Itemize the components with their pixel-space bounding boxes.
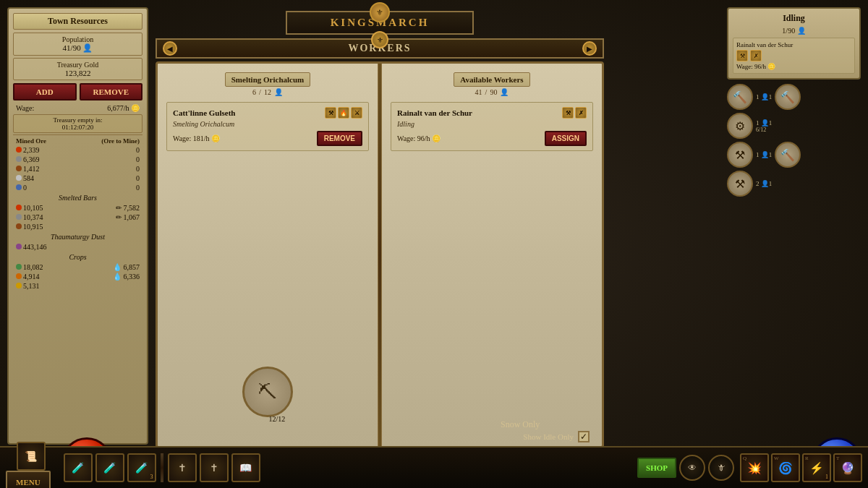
spell-slot-q[interactable]: Q 💥 <box>740 453 769 482</box>
smelted-row-2: 10,374 ✏ 1,067 <box>13 213 142 222</box>
ore-row-2: 6,3690 <box>13 155 142 164</box>
hotbar-item-6[interactable]: 📖 <box>231 453 260 482</box>
ore-row-1: 2,3390 <box>13 145 142 155</box>
idling-worker-name: Rainalt van der Schur <box>736 41 851 48</box>
left-book-page: Smelting Orichalcum 6/12 👤 Catt'linne Gu… <box>158 64 378 446</box>
workers-nav-left-button[interactable]: ◀ <box>163 41 177 56</box>
skill-icon-x: ✗ <box>575 107 587 119</box>
menu-icon-slot[interactable]: 📜 <box>17 442 46 471</box>
crops-row-1: 18,082 💧 6,857 <box>13 262 142 272</box>
available-worker-role-1: Idling <box>397 120 587 128</box>
wage-label: Wage: <box>16 104 34 112</box>
hotbar-separator <box>161 453 163 482</box>
ore-row-5: 00 <box>13 183 142 192</box>
left-page-header: Smelting Orichalcum 6/12 👤 <box>166 72 369 96</box>
worker-role-1: Smelting Orichalcum <box>173 120 362 128</box>
idling-skill-x: ✗ <box>750 50 762 61</box>
building-icon-4[interactable]: ⚒ <box>727 171 753 197</box>
divider1 <box>13 134 142 135</box>
add-button[interactable]: ADD <box>13 83 77 100</box>
building-row-2: ⚙ 1 👤1 6/12 <box>727 113 861 139</box>
menu-button[interactable]: Menu <box>6 471 51 488</box>
idling-worker-skills: ⚒ ✗ <box>736 50 851 61</box>
left-page-title: Smelting Orichalcum <box>225 72 311 87</box>
building-icon-3[interactable]: ⚒ <box>727 142 753 168</box>
show-idle-checkbox[interactable]: ✓ <box>578 431 590 442</box>
population-label: Population <box>18 35 137 43</box>
building-icon-1b[interactable]: 🔨 <box>775 84 801 110</box>
building-row-1: 🔨 1 👤1 🔨 <box>727 84 861 110</box>
worker-skills-1: ⚒ 🔥 ⚔ <box>325 107 362 119</box>
smelted-row-3: 10,915 <box>13 222 142 231</box>
idling-count: 1/90 👤 <box>733 27 855 35</box>
city-emblem: ⚜ <box>370 2 390 22</box>
hotbar-item-1[interactable]: 🧪 <box>64 453 93 482</box>
building-info-3: 1 👤1 <box>756 151 772 158</box>
available-worker-wage-row-1: Wage: 96/h 🪙 ASSIGN <box>397 131 587 146</box>
skill-icon-hammer: ⚒ <box>325 107 336 119</box>
pickaxe-icon: ⛏ <box>258 381 277 403</box>
spell-slot-w[interactable]: W 🌀 <box>771 453 800 482</box>
available-worker-skills-1: ⚒ ✗ <box>562 107 587 119</box>
building-icon-1[interactable]: 🔨 <box>727 84 753 110</box>
idling-skill-hammer: ⚒ <box>736 50 748 61</box>
treasury-block: Treasury Gold 123,822 <box>13 58 142 80</box>
hotbar-item-5[interactable]: ✝ <box>200 453 229 482</box>
show-idle-row: Show Idle Only ✓ <box>523 431 590 442</box>
right-panel: Idling 1/90 👤 Rainalt van der Schur ⚒ ✗ … <box>727 7 861 445</box>
remove-worker-button[interactable]: REMOVE <box>317 131 362 146</box>
worker-wage-1: Wage: 181/h 🪙 <box>173 134 220 142</box>
worker-entry-1: Catt'linne Gulseth ⚒ 🔥 ⚔ Smelting Oricha… <box>166 102 369 151</box>
population-value: 41/90 👤 <box>18 43 137 53</box>
remove-button[interactable]: REMOVE <box>80 83 143 100</box>
crops-row-2: 4,914 💧 6,336 <box>13 272 142 281</box>
crops-label: Crops <box>13 252 142 262</box>
pickaxe-circle: ⛏ <box>242 367 293 417</box>
treasury-empty-label: Treasury empty in: <box>15 116 140 124</box>
menu-section: 📜 Menu <box>6 442 56 488</box>
skill-icon-hammer-2: ⚒ <box>562 107 574 119</box>
book-panel: ⚜ Kingsmarch ◀ ⚜ Workers ▶ Smelting Oric… <box>156 11 604 448</box>
spell-slot-t[interactable]: T 🔮 <box>833 453 862 482</box>
right-page-header: Available Workers 41/90 👤 <box>391 72 593 96</box>
snow-only-text: Snow Only <box>501 419 540 430</box>
wage-value: 6,677/h 🪙 <box>107 104 140 112</box>
ore-header: Mined Ore (Ore to Mine) <box>13 137 142 145</box>
bottom-bar: 📜 Menu 🧪 🧪 🧪 3 ✝ ✝ 📖 SHOP 👁 🗡 <box>0 446 868 488</box>
hotbar-item-3[interactable]: 🧪 3 <box>127 453 156 482</box>
treasury-empty-block: Treasury empty in: 01:12:07:20 <box>13 114 142 133</box>
hotbar-item-2[interactable]: 🧪 <box>95 453 124 482</box>
bottom-icon-2[interactable]: 🗡 <box>708 455 734 481</box>
bottom-icon-1[interactable]: 👁 <box>679 455 705 481</box>
town-resources-panel: Town Resources Population 41/90 👤 Treasu… <box>7 7 148 445</box>
crops-row-3: 5,131 <box>13 281 142 291</box>
idling-panel: Idling 1/90 👤 Rainalt van der Schur ⚒ ✗ … <box>727 7 861 80</box>
skill-icon-sword: ⚔ <box>351 107 362 119</box>
left-page-count: 6/12 👤 <box>166 88 369 96</box>
hotbar-item-4[interactable]: ✝ <box>168 453 197 482</box>
available-worker-name-1: Rainalt van der Schur ⚒ ✗ <box>397 107 587 119</box>
spell-slots: Q 💥 W 🌀 R ⚡ 1 T 🔮 <box>740 453 862 482</box>
building-icon-2[interactable]: ⚙ <box>727 113 753 139</box>
available-worker-wage-1: Wage: 96/h 🪙 <box>397 134 441 142</box>
workers-title-bar: ◀ ⚜ Workers ▶ <box>156 38 604 59</box>
treasury-empty-time: 01:12:07:20 <box>15 124 140 131</box>
shop-button[interactable]: SHOP <box>637 458 676 478</box>
treasury-label: Treasury Gold <box>18 61 137 69</box>
add-remove-row: ADD REMOVE <box>13 83 142 100</box>
right-page-count: 41/90 👤 <box>391 88 593 96</box>
population-block: Population 41/90 👤 <box>13 33 142 56</box>
spell-slot-r[interactable]: R ⚡ 1 <box>802 453 831 482</box>
building-slots: 🔨 1 👤1 🔨 ⚙ 1 👤1 6/12 ⚒ 1 👤1 🔨 ⚒ 2 👤1 <box>727 84 861 445</box>
smelted-row-1: 10,105 ✏ 7,582 <box>13 203 142 213</box>
building-info-2: 1 👤1 6/12 <box>756 119 772 133</box>
right-bottom-buttons: SHOP 👁 🗡 Q 💥 W 🌀 R ⚡ 1 T � <box>637 453 862 482</box>
ore-row-4: 5840 <box>13 174 142 183</box>
workers-emblem: ⚜ <box>371 31 388 48</box>
building-info-4: 2 👤1 <box>756 180 772 187</box>
skill-icon-fire: 🔥 <box>338 107 349 119</box>
building-icon-3b[interactable]: 🔨 <box>775 142 801 168</box>
workers-nav-right-button[interactable]: ▶ <box>582 41 597 56</box>
pickaxe-count: 12/12 <box>269 415 286 423</box>
assign-worker-button[interactable]: ASSIGN <box>545 131 587 146</box>
